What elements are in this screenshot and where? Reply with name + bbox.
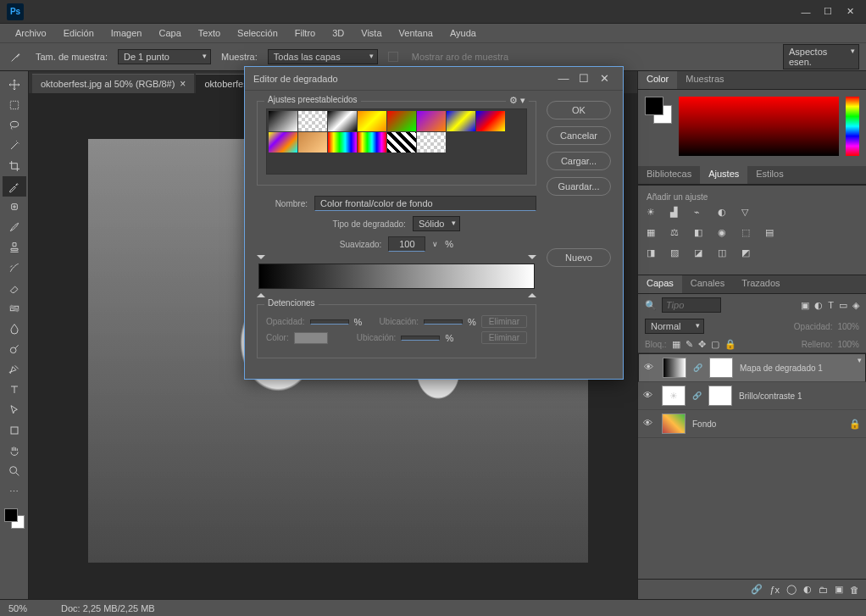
smooth-input[interactable]: 100 [388, 236, 425, 252]
sample-size-select[interactable]: De 1 punto [118, 49, 211, 64]
link-icon[interactable]: 🔗 [693, 363, 702, 372]
preset-swatch[interactable] [298, 111, 327, 131]
gradient-bar[interactable] [258, 264, 535, 289]
levels-icon[interactable]: ▟ [670, 207, 686, 220]
workspace-select[interactable]: Aspectos esen. [783, 44, 859, 69]
color-stop[interactable] [257, 289, 265, 297]
layer-thumb[interactable] [663, 358, 686, 378]
filter-image-icon[interactable]: ▣ [801, 300, 809, 311]
dialog-maximize-button[interactable]: ☐ [574, 72, 594, 85]
ring-checkbox[interactable] [388, 52, 398, 62]
paths-tab[interactable]: Trazados [733, 275, 788, 293]
healing-tool[interactable] [3, 197, 26, 217]
preset-swatch[interactable] [328, 111, 357, 131]
layer-row[interactable]: 👁 ☀ 🔗 Brillo/contraste 1 [638, 382, 866, 410]
presets-menu-icon[interactable]: ⚙ ▾ [506, 95, 529, 106]
layer-name[interactable]: Brillo/contraste 1 [739, 391, 861, 401]
link-icon[interactable]: 🔗 [692, 391, 702, 400]
mask-thumb[interactable] [708, 386, 732, 406]
marquee-tool[interactable] [3, 95, 26, 115]
mask-thumb[interactable] [709, 358, 733, 378]
layer-row[interactable]: 👁 Fondo 🔒 [638, 410, 866, 438]
dialog-close-button[interactable]: ✕ [594, 72, 614, 85]
menu-vista[interactable]: Vista [353, 26, 390, 40]
preset-swatch[interactable] [298, 132, 327, 153]
eyedropper-tool[interactable] [3, 176, 26, 197]
type-tool[interactable] [3, 380, 26, 400]
document-tab[interactable]: oktoberfest.jpg al 50% (RGB/8#)× [32, 74, 194, 93]
preset-swatch[interactable] [387, 132, 416, 153]
layer-filter-input[interactable] [662, 297, 721, 313]
lock-brush-icon[interactable]: ✎ [686, 339, 693, 350]
doc-size[interactable]: Doc: 2,25 MB/2,25 MB [61, 603, 155, 613]
link-layers-icon[interactable]: 🔗 [751, 584, 763, 595]
crop-tool[interactable] [3, 156, 26, 176]
preset-swatch[interactable] [417, 111, 446, 131]
zoom-value[interactable]: 50% [8, 603, 27, 613]
blend-mode-select[interactable]: Normal [645, 319, 704, 334]
layers-tab[interactable]: Capas [638, 275, 682, 293]
color-picker[interactable] [679, 97, 839, 156]
hue-icon[interactable]: ▦ [647, 227, 662, 241]
menu-archivo[interactable]: Archivo [7, 26, 55, 40]
filter-smart-icon[interactable]: ◈ [852, 300, 859, 311]
adjustments-tab[interactable]: Ajustes [700, 166, 747, 184]
color-swatches[interactable] [3, 507, 26, 530]
posterize-icon[interactable]: ▨ [670, 247, 686, 261]
styles-tab[interactable]: Estilos [747, 166, 791, 184]
balance-icon[interactable]: ⚖ [670, 227, 686, 241]
tool-indicator-icon[interactable] [7, 47, 25, 66]
dodge-tool[interactable] [3, 339, 26, 359]
opacity-stop[interactable] [528, 255, 536, 264]
gradient-map-icon[interactable]: ◫ [718, 247, 733, 261]
filter-adj-icon[interactable]: ◐ [814, 300, 823, 311]
preset-swatch[interactable] [269, 132, 297, 153]
menu-imagen[interactable]: Imagen [103, 26, 151, 40]
shape-tool[interactable] [3, 420, 26, 441]
preset-swatch[interactable] [328, 132, 357, 153]
mixer-icon[interactable]: ⬚ [741, 227, 757, 241]
menu-capa[interactable]: Capa [150, 26, 189, 40]
brightness-icon[interactable]: ☀ [647, 207, 662, 220]
pen-tool[interactable] [3, 359, 26, 380]
vibrance-icon[interactable]: ▽ [741, 207, 757, 220]
stamp-tool[interactable] [3, 237, 26, 258]
fx-icon[interactable]: ƒx [769, 585, 780, 595]
menu-edicion[interactable]: Edición [55, 26, 103, 40]
zoom-tool[interactable] [3, 461, 26, 481]
lut-icon[interactable]: ▤ [765, 227, 780, 241]
menu-seleccion[interactable]: Selección [229, 26, 286, 40]
ok-button[interactable]: OK [547, 101, 611, 119]
new-layer-icon[interactable]: ▣ [835, 584, 843, 595]
menu-ayuda[interactable]: Ayuda [441, 26, 485, 40]
menu-3d[interactable]: 3D [324, 26, 353, 40]
opacity-stop[interactable] [257, 255, 265, 264]
lock-all-icon[interactable]: 🔒 [724, 339, 736, 350]
cancel-button[interactable]: Cancelar [547, 126, 611, 145]
wand-tool[interactable] [3, 136, 26, 156]
new-button[interactable]: Nuevo [547, 248, 611, 267]
remove-button[interactable]: Eliminar [481, 315, 527, 328]
move-tool[interactable] [3, 75, 26, 95]
menu-filtro[interactable]: Filtro [286, 26, 324, 40]
adj-layer-icon[interactable]: ◐ [803, 584, 812, 595]
preset-swatch[interactable] [417, 132, 446, 153]
menu-ventana[interactable]: Ventana [391, 26, 441, 40]
opacity-value[interactable]: 100% [837, 322, 859, 331]
filter-type-icon[interactable]: T [828, 300, 834, 311]
maximize-button[interactable]: ☐ [819, 4, 837, 19]
load-button[interactable]: Cargar... [547, 152, 611, 170]
preset-swatch[interactable] [476, 111, 505, 131]
edit-toolbar[interactable]: ⋯ [3, 481, 26, 502]
preset-swatch[interactable] [358, 132, 386, 153]
color-stop[interactable] [528, 289, 536, 297]
layer-thumb[interactable]: ☀ [662, 386, 686, 406]
preset-swatch[interactable] [447, 111, 475, 131]
visibility-icon[interactable]: 👁 [644, 362, 656, 374]
type-select[interactable]: Sólido [413, 216, 461, 231]
curves-icon[interactable]: ⌁ [694, 207, 709, 220]
color-swatch[interactable] [645, 97, 672, 124]
color-tab[interactable]: Color [638, 71, 677, 89]
swatches-tab[interactable]: Muestras [677, 71, 732, 89]
libraries-tab[interactable]: Bibliotecas [638, 166, 700, 184]
